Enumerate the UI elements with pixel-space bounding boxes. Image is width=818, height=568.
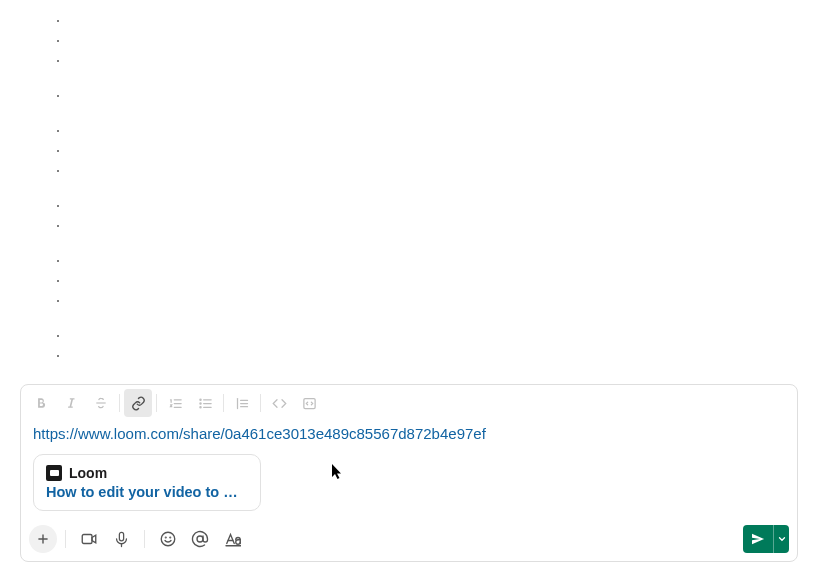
chat-scroll-area — [0, 0, 818, 388]
svg-point-8 — [199, 402, 200, 403]
emoji-button[interactable] — [153, 525, 183, 553]
bullet-list-button[interactable] — [191, 389, 219, 417]
ordered-list-button[interactable] — [161, 389, 189, 417]
message-link[interactable]: https://www.loom.com/share/0a461ce3013e4… — [33, 425, 486, 442]
svg-rect-19 — [119, 532, 123, 541]
code-block-button[interactable] — [295, 389, 323, 417]
preview-header: Loom — [46, 465, 248, 481]
link-preview-card[interactable]: Loom How to edit your video to maximize … — [33, 454, 261, 511]
attach-button[interactable] — [29, 525, 57, 553]
video-clip-button[interactable] — [74, 525, 104, 553]
audio-clip-button[interactable] — [106, 525, 136, 553]
formatting-toolbar — [21, 385, 797, 421]
blockquote-button[interactable] — [228, 389, 256, 417]
svg-point-9 — [199, 406, 200, 407]
mention-button[interactable] — [185, 525, 215, 553]
svg-point-22 — [165, 537, 166, 538]
svg-point-21 — [161, 532, 175, 546]
preview-title: How to edit your video to maximize vi… — [46, 484, 248, 500]
svg-point-7 — [199, 399, 200, 400]
send-options-button[interactable] — [773, 525, 789, 553]
toolbar-separator — [119, 394, 120, 412]
loom-icon — [46, 465, 62, 481]
toolbar-separator — [144, 530, 145, 548]
bold-button[interactable] — [27, 389, 55, 417]
toolbar-separator — [223, 394, 224, 412]
svg-point-23 — [170, 537, 171, 538]
code-button[interactable] — [265, 389, 293, 417]
toolbar-separator — [65, 530, 66, 548]
message-composer: https://www.loom.com/share/0a461ce3013e4… — [20, 384, 798, 562]
message-input[interactable]: https://www.loom.com/share/0a461ce3013e4… — [21, 421, 797, 450]
toolbar-separator — [260, 394, 261, 412]
send-button[interactable] — [743, 525, 773, 553]
svg-point-24 — [197, 536, 203, 542]
svg-rect-17 — [82, 535, 92, 544]
composer-actions — [21, 519, 797, 561]
toolbar-separator — [156, 394, 157, 412]
italic-button[interactable] — [57, 389, 85, 417]
send-button-group — [743, 525, 789, 553]
link-button[interactable] — [124, 389, 152, 417]
message-dots — [57, 20, 59, 375]
preview-source: Loom — [69, 465, 107, 481]
strikethrough-button[interactable] — [87, 389, 115, 417]
formatting-toggle-button[interactable] — [217, 525, 247, 553]
